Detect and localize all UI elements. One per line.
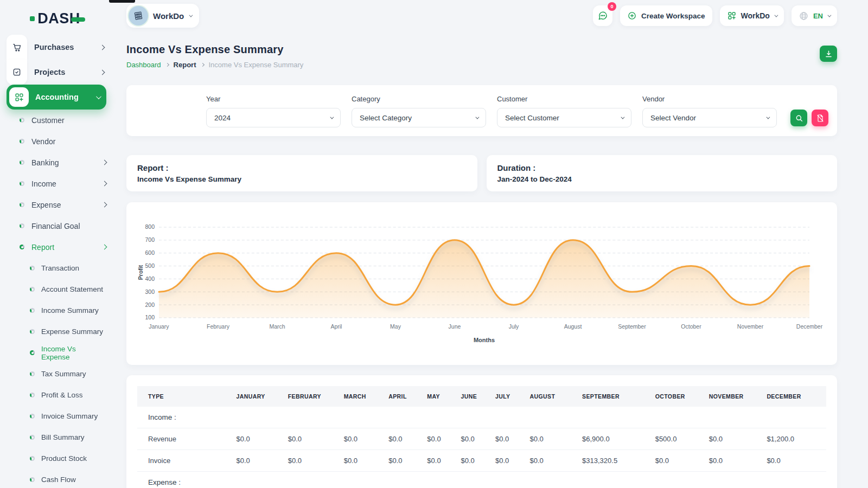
report-card-label: Report : (137, 163, 467, 172)
sidebar-item-bill-summary[interactable]: Bill Summary (7, 427, 106, 448)
sidebar-item-purchases[interactable]: Purchases (7, 35, 106, 60)
chat-icon (597, 10, 608, 21)
report-card: Report : Income Vs Expense Summary (126, 155, 477, 191)
bullet-icon (30, 329, 35, 334)
messages-badge: 0 (608, 2, 616, 11)
column-header-june: JUNE (450, 386, 485, 407)
cell: $1,200.0 (756, 428, 826, 450)
bullet-icon (30, 435, 35, 440)
create-workspace-button[interactable]: Create Workspace (620, 5, 712, 26)
svg-text:August: August (564, 324, 582, 330)
breadcrumb-income-vs-expense-summary: Income Vs Expense Summary (209, 61, 304, 69)
cell: $0.0 (416, 450, 450, 472)
cell: $0.0 (484, 450, 519, 472)
workdo-menu-label: WorkDo (741, 11, 770, 20)
sidebar-item-account-statement[interactable]: Account Statement (7, 279, 106, 300)
filter-label: Customer (497, 95, 631, 103)
profit-area-chart: 100200300400500600700800JanuaryFebruaryM… (135, 207, 828, 361)
duration-card: Duration : Jan-2024 to Dec-2024 (487, 155, 838, 191)
bullet-icon (20, 118, 24, 123)
svg-text:November: November (737, 324, 764, 330)
sidebar-item-financial-goal[interactable]: Financial Goal (7, 215, 106, 236)
filter-fields: Year2024CategorySelect CategoryCustomerS… (206, 95, 777, 127)
bullet-icon (20, 181, 24, 186)
column-header-august: AUGUST (519, 386, 572, 407)
bullet-icon (30, 414, 35, 419)
file-slash-icon (816, 114, 825, 123)
duration-card-value: Jan-2024 to Dec-2024 (497, 175, 827, 183)
sidebar-item-income-vs-expense[interactable]: Income Vs Expense (7, 342, 106, 363)
chart-card: 100200300400500600700800JanuaryFebruaryM… (126, 202, 837, 365)
bullet-icon (30, 266, 35, 271)
sidebar-item-label: Income Summary (41, 306, 106, 314)
download-icon (824, 49, 833, 59)
year-select[interactable]: 2024 (206, 108, 341, 127)
cart-icon (7, 35, 27, 60)
reset-button[interactable] (812, 110, 828, 126)
app-logo[interactable]: DASH (0, 4, 115, 33)
select-value: Select Category (360, 114, 412, 122)
sidebar-item-report[interactable]: Report (7, 236, 106, 258)
sidebar-item-banking[interactable]: Banking (7, 152, 106, 173)
breadcrumb-dashboard[interactable]: Dashboard (126, 61, 161, 69)
sidebar-item-label: Expense Summary (41, 328, 106, 336)
workdo-menu-button[interactable]: WorkDo (720, 5, 784, 26)
chevron-down-icon (766, 115, 770, 119)
category-select[interactable]: Select Category (352, 108, 486, 127)
sidebar-item-label: Accounting (35, 93, 96, 101)
sidebar-item-expense[interactable]: Expense (7, 194, 106, 215)
sidebar-item-invoice-summary[interactable]: Invoice Summary (7, 406, 106, 427)
vendor-select[interactable]: Select Vendor (642, 108, 777, 127)
sidebar-item-label: Expense (31, 201, 95, 209)
sidebar-menu: PurchasesProjectsAccountingCustomerVendo… (0, 33, 115, 488)
sidebar-item-label: Vendor (31, 137, 106, 146)
sidebar-item-income-summary[interactable]: Income Summary (7, 300, 106, 321)
logo-accent-dot (30, 16, 35, 21)
sidebar-item-vendor[interactable]: Vendor (7, 131, 106, 152)
svg-text:400: 400 (145, 276, 155, 282)
svg-text:700: 700 (145, 237, 155, 243)
filter-label: Vendor (642, 95, 777, 103)
chevron-down-icon (330, 115, 334, 119)
filter-field-category: CategorySelect Category (352, 95, 486, 127)
cell: $0.0 (333, 428, 378, 450)
sidebar-item-transaction[interactable]: Transaction (7, 258, 106, 279)
duration-card-label: Duration : (497, 163, 827, 172)
sidebar-item-label: Income (31, 179, 95, 188)
sidebar-item-expense-summary[interactable]: Expense Summary (7, 321, 106, 342)
customer-select[interactable]: Select Customer (497, 108, 631, 127)
sidebar-item-income[interactable]: Income (7, 173, 106, 194)
svg-text:600: 600 (145, 250, 155, 256)
svg-text:Profit: Profit (138, 265, 144, 280)
svg-text:September: September (618, 324, 646, 330)
bullet-icon (20, 245, 24, 249)
checkbox-icon (7, 60, 27, 85)
sidebar-item-label: Projects (34, 68, 100, 76)
svg-text:March: March (269, 324, 285, 330)
language-selector[interactable]: EN (792, 5, 837, 26)
sidebar-item-cash-flow[interactable]: Cash Flow (7, 469, 106, 488)
workspace-switcher[interactable]: WorkDo (126, 4, 199, 28)
messages-button[interactable]: 0 (593, 5, 612, 26)
chevron-down-icon (96, 94, 101, 99)
breadcrumb-separator-icon (200, 63, 204, 67)
sidebar-item-accounting[interactable]: Accounting (7, 85, 106, 110)
svg-text:May: May (390, 324, 401, 330)
filter-buttons (790, 110, 828, 126)
svg-text:200: 200 (145, 302, 155, 308)
svg-text:June: June (449, 324, 461, 330)
sidebar-item-product-stock[interactable]: Product Stock (7, 448, 106, 469)
sidebar-item-tax-summary[interactable]: Tax Summary (7, 363, 106, 384)
search-button[interactable] (790, 110, 807, 126)
plus-circle-icon (627, 11, 637, 21)
cell: $0.0 (378, 450, 416, 472)
sidebar-item-label: Invoice Summary (41, 412, 106, 420)
download-button[interactable] (820, 46, 837, 62)
sidebar-item-profit-loss[interactable]: Profit & Loss (7, 384, 106, 406)
sidebar-item-customer[interactable]: Customer (7, 110, 106, 131)
sidebar-item-projects[interactable]: Projects (7, 60, 106, 85)
income-expense-table: TYPEJANUARYFEBRUARYMARCHAPRILMAYJUNEJULY… (137, 386, 826, 488)
bullet-icon (30, 393, 35, 397)
filter-label: Category (352, 95, 486, 103)
row-type: Revenue (137, 428, 226, 450)
